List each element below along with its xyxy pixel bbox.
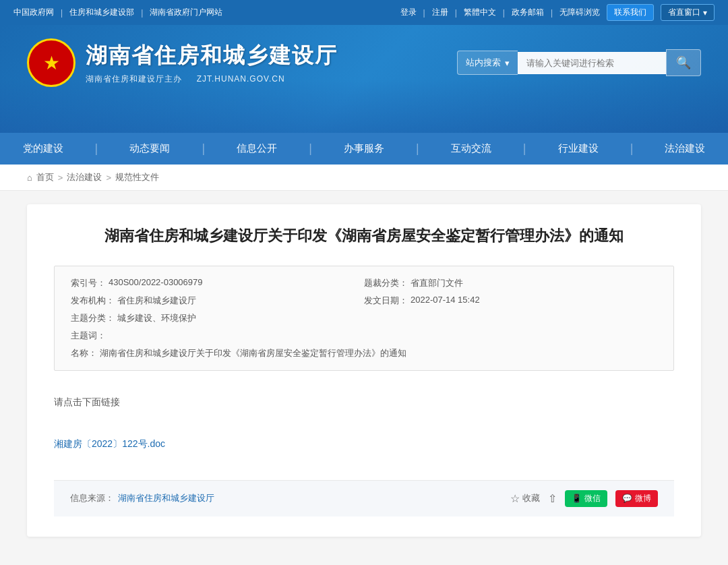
emblem-symbol: ★ <box>43 52 60 74</box>
meta-col-theme: 主题分类： 城乡建设、环境保护 <box>71 312 657 324</box>
meta-value-date: 2022-07-14 15:42 <box>411 295 480 307</box>
main-nav: 党的建设 | 动态要闻 | 信息公开 | 办事服务 | 互动交流 | 行业建设 … <box>0 133 728 165</box>
share-icon: ⇧ <box>548 492 557 505</box>
nav-item-industry[interactable]: 行业建设 <box>545 133 612 165</box>
meta-row-index: 索引号： 430S00/2022-03006979 题裁分类： 省直部门文件 <box>71 277 657 289</box>
footer-actions: ☆ 收藏 ⇧ 📱 微信 💬 微博 <box>510 490 658 507</box>
breadcrumb-home[interactable]: 首页 <box>36 171 54 183</box>
top-bar-right: 登录 | 注册 | 繁體中文 | 政务邮箱 | 无障碍浏览 联系我们 省直窗口 <box>400 4 715 21</box>
nav-sep-2: | <box>202 142 205 156</box>
article-title: 湖南省住房和城乡建设厅关于印发《湖南省房屋安全鉴定暂行管理办法》的通知 <box>54 225 674 247</box>
search-scope-select[interactable]: 站内搜索 <box>457 51 518 75</box>
nav-item-news[interactable]: 动态要闻 <box>116 133 183 165</box>
contact-button[interactable]: 联系我们 <box>607 4 654 21</box>
breadcrumb-sep-2: > <box>106 173 111 183</box>
nav-item-party[interactable]: 党的建设 <box>9 133 77 165</box>
doc-link[interactable]: 湘建房〔2022〕122号.doc <box>54 438 165 449</box>
meta-value-index: 430S00/2022-03006979 <box>109 277 203 289</box>
nav-sep-5: | <box>523 142 526 156</box>
footer-info: 信息来源： 湖南省住房和城乡建设厅 ☆ 收藏 ⇧ 📱 微信 💬 微博 <box>54 480 674 516</box>
meta-label-publisher: 发布机构： <box>71 295 115 307</box>
meta-row-keywords: 主题词： <box>71 330 657 342</box>
logo-area: ★ 湖南省住房和城乡建设厅 湖南省住房和建设厅主办 ZJT.HUNAN.GOV.… <box>27 38 338 87</box>
breadcrumb: ⌂ 首页 > 法治建设 > 规范性文件 <box>0 165 728 191</box>
nav-item-legal[interactable]: 法治建设 <box>651 133 719 165</box>
meta-col-publisher: 发布机构： 省住房和城乡建设厅 <box>71 295 364 307</box>
wechat-label: 微信 <box>584 493 601 504</box>
nav-sep-6: | <box>630 142 634 156</box>
meta-box: 索引号： 430S00/2022-03006979 题裁分类： 省直部门文件 发… <box>54 266 674 371</box>
home-icon: ⌂ <box>27 173 32 183</box>
meta-col-date: 发文日期： 2022-07-14 15:42 <box>364 295 657 307</box>
nav-sep-4: | <box>416 142 419 156</box>
meta-col-category: 题裁分类： 省直部门文件 <box>364 277 657 289</box>
search-area: 站内搜索 🔍 <box>457 49 701 76</box>
breadcrumb-legal[interactable]: 法治建设 <box>67 171 102 183</box>
province-window-button[interactable]: 省直窗口 <box>661 4 715 21</box>
wechat-button[interactable]: 📱 微信 <box>565 490 607 507</box>
logo-emblem: ★ <box>27 38 75 87</box>
weibo-label: 微博 <box>635 493 651 504</box>
meta-label-theme: 主题分类： <box>71 312 115 324</box>
meta-value-category: 省直部门文件 <box>411 277 463 289</box>
meta-value-name: 湖南省住房和城乡建设厅关于印发《湖南省房屋安全鉴定暂行管理办法》的通知 <box>100 347 406 359</box>
link-gov[interactable]: 中国政府网 <box>13 7 54 18</box>
meta-row-publisher: 发布机构： 省住房和城乡建设厅 发文日期： 2022-07-14 15:42 <box>71 295 657 307</box>
link-mailbox[interactable]: 政务邮箱 <box>512 7 544 18</box>
sep2: | <box>141 8 143 18</box>
breadcrumb-sep-1: > <box>58 173 63 183</box>
meta-label-index: 索引号： <box>71 277 106 289</box>
logo-text: 湖南省住房和城乡建设厅 湖南省住房和建设厅主办 ZJT.HUNAN.GOV.CN <box>86 41 338 85</box>
meta-col-name: 名称： 湖南省住房和城乡建设厅关于印发《湖南省房屋安全鉴定暂行管理办法》的通知 <box>71 347 657 359</box>
article-body: 请点击下面链接 湘建房〔2022〕122号.doc <box>54 387 674 460</box>
click-hint: 请点击下面链接 <box>54 394 674 411</box>
wechat-icon: 📱 <box>572 494 582 503</box>
meta-col-index: 索引号： 430S00/2022-03006979 <box>71 277 364 289</box>
meta-label-keywords: 主题词： <box>71 330 106 342</box>
weibo-icon: 💬 <box>622 494 632 503</box>
nav-item-service[interactable]: 办事服务 <box>330 133 398 165</box>
search-button[interactable]: 🔍 <box>666 49 701 76</box>
footer-info-left: 信息来源： 湖南省住房和城乡建设厅 <box>70 492 214 504</box>
site-subtitle: 湖南省住房和建设厅主办 ZJT.HUNAN.GOV.CN <box>86 73 338 85</box>
header-inner: ★ 湖南省住房和城乡建设厅 湖南省住房和建设厅主办 ZJT.HUNAN.GOV.… <box>0 25 728 100</box>
sep1: | <box>61 8 63 18</box>
header: ★ 湖南省住房和城乡建设厅 湖南省住房和建设厅主办 ZJT.HUNAN.GOV.… <box>0 25 728 133</box>
search-icon: 🔍 <box>676 56 691 69</box>
meta-label-date: 发文日期： <box>364 295 408 307</box>
meta-row-name: 名称： 湖南省住房和城乡建设厅关于印发《湖南省房屋安全鉴定暂行管理办法》的通知 <box>71 347 657 359</box>
share-button[interactable]: ⇧ <box>548 492 557 505</box>
weibo-button[interactable]: 💬 微博 <box>615 490 658 507</box>
breadcrumb-current: 规范性文件 <box>115 171 159 183</box>
nav-inner: 党的建设 | 动态要闻 | 信息公开 | 办事服务 | 互动交流 | 行业建设 … <box>0 133 728 165</box>
site-title: 湖南省住房和城乡建设厅 <box>86 41 338 71</box>
source-link[interactable]: 湖南省住房和城乡建设厅 <box>118 492 214 504</box>
collect-label: 收藏 <box>522 492 540 504</box>
chevron-down-icon <box>703 8 707 18</box>
nav-sep-3: | <box>309 142 312 156</box>
nav-sep-1: | <box>95 142 98 156</box>
source-label: 信息来源： <box>70 492 114 504</box>
meta-label-category: 题裁分类： <box>364 277 408 289</box>
top-bar: 中国政府网 | 住房和城乡建设部 | 湖南省政府门户网站 登录 | 注册 | 繁… <box>0 0 728 25</box>
collect-button[interactable]: ☆ 收藏 <box>510 492 540 505</box>
meta-value-theme: 城乡建设、环境保护 <box>117 312 196 324</box>
nav-item-interact[interactable]: 互动交流 <box>437 133 505 165</box>
link-login[interactable]: 登录 <box>400 7 417 18</box>
link-province[interactable]: 湖南省政府门户网站 <box>150 7 222 18</box>
link-traditional[interactable]: 繁體中文 <box>464 7 496 18</box>
meta-value-publisher: 省住房和城乡建设厅 <box>117 295 196 307</box>
meta-row-theme: 主题分类： 城乡建设、环境保护 <box>71 312 657 324</box>
search-input[interactable] <box>518 52 666 74</box>
search-scope-chevron-icon <box>505 58 510 68</box>
main-content: 湖南省住房和城乡建设厅关于印发《湖南省房屋安全鉴定暂行管理办法》的通知 索引号：… <box>27 204 701 537</box>
top-bar-left: 中国政府网 | 住房和城乡建设部 | 湖南省政府门户网站 <box>13 7 222 18</box>
nav-item-info[interactable]: 信息公开 <box>223 133 291 165</box>
link-register[interactable]: 注册 <box>432 7 448 18</box>
link-accessible[interactable]: 无障碍浏览 <box>559 7 600 18</box>
meta-col-keywords: 主题词： <box>71 330 657 342</box>
star-icon: ☆ <box>510 492 520 505</box>
meta-label-name: 名称： <box>71 347 97 359</box>
link-mhud[interactable]: 住房和城乡建设部 <box>69 7 134 18</box>
